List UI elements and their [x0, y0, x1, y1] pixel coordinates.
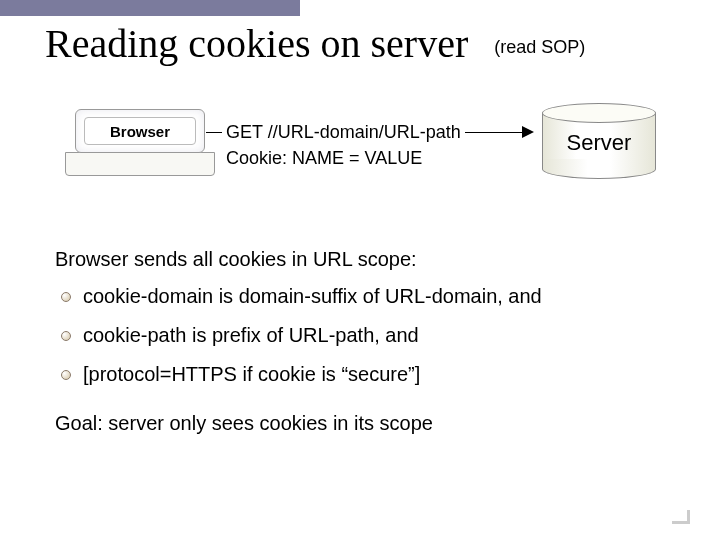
server-icon: Server [542, 103, 656, 179]
browser-label: Browser [84, 117, 196, 145]
bullet-list: cookie-domain is domain-suffix of URL-do… [55, 284, 665, 387]
request-line-2: Cookie: NAME = VALUE [226, 145, 461, 171]
list-item: cookie-domain is domain-suffix of URL-do… [55, 284, 665, 309]
goal-text: Goal: server only sees cookies in its sc… [55, 411, 665, 436]
intro-text: Browser sends all cookies in URL scope: [55, 247, 665, 272]
list-item: cookie-path is prefix of URL-path, and [55, 323, 665, 348]
request-line-1: GET //URL-domain/URL-path [226, 119, 461, 145]
request-text: GET //URL-domain/URL-path Cookie: NAME =… [222, 119, 465, 171]
diagram: Browser GET //URL-domain/URL-path Cookie… [0, 97, 720, 237]
browser-icon: Browser [75, 109, 215, 176]
list-item: [protocol=HTTPS if cookie is “secure”] [55, 362, 665, 387]
slide-title: Reading cookies on server [45, 20, 468, 67]
body-text: Browser sends all cookies in URL scope: … [0, 247, 720, 436]
arrow-head-icon [522, 126, 534, 138]
decorative-stripe [0, 0, 300, 16]
slide-subtitle: (read SOP) [494, 29, 585, 58]
resize-handle-icon [672, 510, 690, 524]
server-label: Server [567, 126, 632, 156]
